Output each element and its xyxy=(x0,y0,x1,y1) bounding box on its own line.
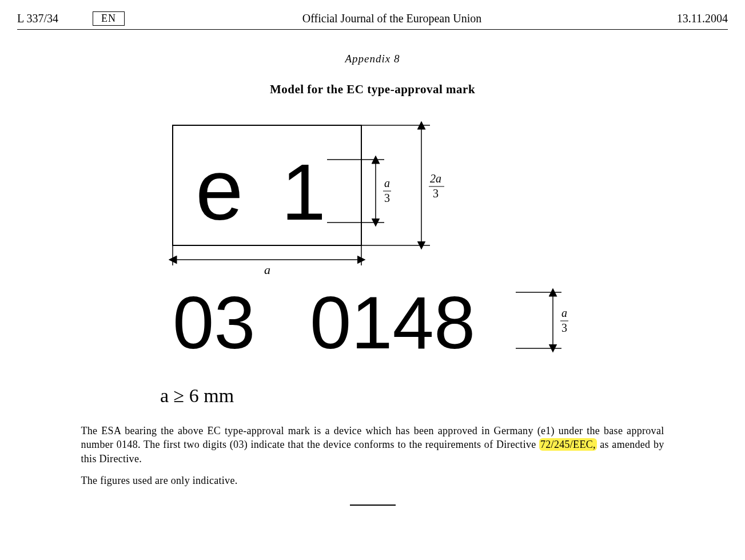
language-box: EN xyxy=(93,11,125,26)
svg-text:3: 3 xyxy=(384,192,390,204)
page-reference: L 337/34 xyxy=(17,12,58,25)
svg-text:3: 3 xyxy=(433,187,439,200)
svg-text:a: a xyxy=(384,177,390,189)
mark-country-number: 1 xyxy=(281,147,326,237)
type-approval-mark-diagram: e 1 a 3 2a 3 a 03 0148 xyxy=(161,120,584,368)
header-rule xyxy=(17,29,728,30)
dimension-constraint: a ≥ 6 mm xyxy=(160,385,728,407)
svg-text:a: a xyxy=(264,263,270,277)
paragraph-2: The figures used are only indicative. xyxy=(81,474,664,487)
approval-number-part1: 03 xyxy=(173,281,256,364)
paragraph-1: The ESA bearing the above EC type-approv… xyxy=(81,424,664,466)
publication-date: 13.11.2004 xyxy=(659,12,728,25)
mark-letter: e xyxy=(196,142,243,238)
svg-text:3: 3 xyxy=(561,321,567,334)
journal-title: Official Journal of the European Union xyxy=(125,12,659,25)
svg-text:a: a xyxy=(561,307,567,319)
explanatory-text: The ESA bearing the above EC type-approv… xyxy=(81,424,664,487)
directive-reference-highlight: 72/245/EEC, xyxy=(539,438,597,451)
appendix-label: Appendix 8 xyxy=(17,53,728,65)
section-end-rule xyxy=(350,505,396,506)
section-title: Model for the EC type-approval mark xyxy=(17,82,728,97)
approval-number-part2: 0148 xyxy=(310,281,475,364)
svg-text:2a: 2a xyxy=(430,172,441,185)
page-header: L 337/34 EN Official Journal of the Euro… xyxy=(17,11,728,29)
